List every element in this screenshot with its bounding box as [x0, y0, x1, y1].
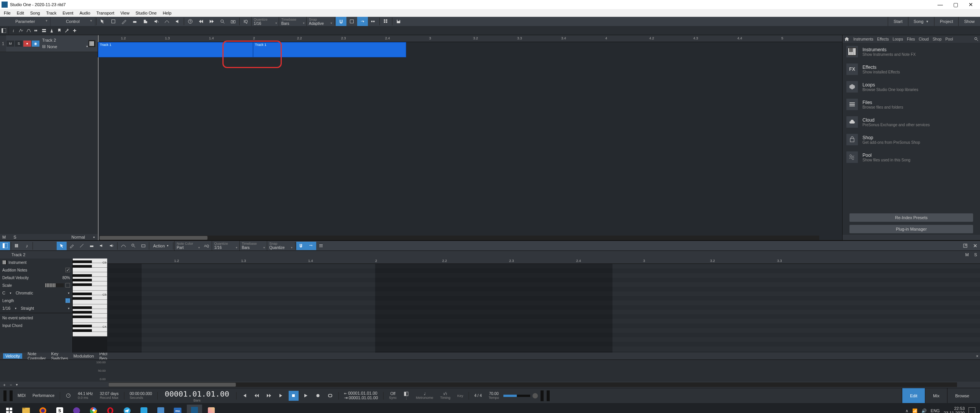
piano-keyboard[interactable]: C6C5C4 [73, 259, 107, 353]
mute-tool[interactable] [151, 17, 162, 26]
browse-view-button[interactable]: Browse [947, 388, 977, 403]
piano-view-icon[interactable] [12, 242, 22, 250]
inspector-toggle[interactable] [0, 27, 8, 34]
marker-icon[interactable] [56, 27, 63, 34]
range-tool[interactable] [108, 17, 119, 26]
tab-instruments[interactable]: Instruments [853, 37, 873, 41]
taskbar-musescore[interactable]: mu [170, 405, 185, 413]
show-page-button[interactable]: Show [958, 17, 980, 26]
eraser-tool[interactable] [129, 17, 140, 26]
global-mute[interactable]: M [2, 235, 6, 239]
start-button[interactable] [2, 405, 17, 413]
rewind-icon[interactable] [196, 17, 206, 26]
stop-button[interactable] [289, 391, 299, 401]
lane-remove-icon[interactable]: － [9, 382, 13, 388]
time-display[interactable]: 00001.01.01.00 [161, 389, 233, 398]
ed-mute[interactable]: M [965, 252, 969, 257]
close-editor-icon[interactable] [970, 242, 980, 250]
taskbar-firefox[interactable] [35, 405, 51, 413]
draw-tool[interactable] [119, 17, 129, 26]
maximize-button[interactable]: ▢ [948, 2, 963, 8]
taskbar-telegram[interactable] [119, 405, 135, 413]
prop-audition[interactable]: Audition Notes✓ [0, 266, 72, 274]
control-dropdown[interactable]: Control▼ [51, 17, 95, 26]
save-icon[interactable] [393, 17, 404, 26]
forward-icon[interactable] [206, 17, 217, 26]
zoom-icon[interactable] [217, 17, 228, 26]
lane-velocity[interactable]: Velocity [3, 353, 22, 359]
menu-track[interactable]: Track [43, 11, 59, 15]
ed-arrow-tool[interactable] [57, 242, 67, 250]
plus-icon[interactable] [71, 27, 78, 34]
editor-ruler[interactable]: 1.2 1.3 1.4 2 2.2 2.3 2.4 3 3.2 3.3 [107, 259, 980, 264]
prop-scale-select[interactable]: C▼Chromatic▼ [0, 289, 72, 297]
note-grid[interactable]: 1.2 1.3 1.4 2 2.2 2.3 2.4 3 3.2 3.3 [107, 259, 980, 353]
ed-line-tool[interactable] [77, 242, 87, 250]
clip-track1-b[interactable]: Track 1 [253, 42, 406, 57]
grid-menu-icon[interactable] [381, 17, 391, 26]
browser-section-effects[interactable]: FX EffectsShow installed Effects [843, 60, 980, 78]
ripple-icon[interactable] [368, 17, 379, 26]
menu-event[interactable]: Event [60, 11, 77, 15]
taskbar-explorer[interactable] [18, 405, 34, 413]
menu-edit[interactable]: Edit [14, 11, 27, 15]
layers-icon[interactable] [40, 27, 48, 34]
home-icon[interactable] [844, 36, 849, 42]
taskbar-studio-one[interactable] [187, 405, 202, 413]
taskbar-app-2[interactable] [69, 405, 84, 413]
ed-mute-tool[interactable] [96, 242, 106, 250]
loop-button[interactable] [325, 391, 335, 401]
detach-icon[interactable] [960, 242, 970, 250]
prop-instrument[interactable]: Instrument [0, 259, 72, 266]
ed-camera-icon[interactable] [138, 242, 148, 250]
prop-length[interactable]: Length⬚ [0, 297, 72, 304]
input-icon[interactable]: ⊟ [42, 44, 46, 49]
editor-panel-toggle[interactable] [0, 242, 10, 250]
plugin-manager-button[interactable]: Plug-in Manager [849, 225, 973, 233]
minimize-button[interactable]: — [933, 2, 948, 8]
listen-tool[interactable] [172, 17, 183, 26]
menu-transport[interactable]: Transport [93, 11, 118, 15]
edit-view-button[interactable]: Edit [902, 388, 925, 403]
parameter-dropdown[interactable]: Parameter▼ [0, 17, 51, 26]
browser-section-pool[interactable]: PoolShow files used in this Song [843, 148, 980, 166]
tray-network-icon[interactable]: 📶 [912, 408, 918, 413]
play-button[interactable] [301, 391, 311, 401]
playhead[interactable] [98, 35, 98, 240]
ed-listen-tool[interactable] [106, 242, 116, 250]
autoscroll-on[interactable] [357, 17, 368, 26]
tempo-field[interactable]: 70.00Tempo [486, 392, 501, 400]
action-menu[interactable]: Action▼ [150, 244, 172, 248]
editor-track-name[interactable]: Track 2 [0, 252, 37, 257]
snap-dropdown[interactable]: SnapAdaptive▼ [306, 17, 334, 26]
quantize-dropdown[interactable]: Quantize1/16▼ [251, 17, 279, 26]
info-icon[interactable]: i [10, 27, 17, 34]
menu-audio[interactable]: Audio [77, 11, 93, 15]
ed-solo[interactable]: S [974, 252, 977, 257]
autoscroll-off[interactable] [346, 17, 357, 26]
menu-view[interactable]: View [117, 11, 132, 15]
global-solo[interactable]: S [13, 235, 16, 239]
arrow-tool[interactable] [97, 17, 108, 26]
taskbar-opera[interactable] [103, 405, 118, 413]
track-name[interactable]: Track 2 [42, 38, 88, 42]
menu-song[interactable]: Song [27, 11, 43, 15]
precount-icon[interactable] [403, 391, 409, 397]
taskbar-app-4[interactable] [153, 405, 168, 413]
browser-section-shop[interactable]: ShopGet add-ons from PreSonus Shop [843, 131, 980, 148]
tab-shop[interactable]: Shop [933, 37, 941, 41]
tray-expand-icon[interactable]: ∧ [905, 408, 908, 413]
volume-slider[interactable] [503, 395, 530, 397]
envelope-icon[interactable] [25, 27, 33, 34]
ed-timebase-dropdown[interactable]: TimebaseBars▼ [239, 241, 267, 250]
taskbar-app-1[interactable]: S [52, 405, 67, 413]
velocity-area[interactable] [107, 359, 980, 382]
prop-default-velocity[interactable]: Default Velocity80% [0, 274, 72, 281]
lane-add-icon[interactable]: ＋ [2, 382, 7, 388]
taskbar-app-3[interactable] [136, 405, 152, 413]
solo-button[interactable]: S [15, 41, 23, 47]
metronome-button[interactable]: ♩Metronome [413, 392, 436, 400]
browser-section-instruments[interactable]: InstrumentsShow Instruments and Note FX [843, 43, 980, 60]
tab-loops[interactable]: Loops [893, 37, 903, 41]
taskbar-app-5[interactable] [204, 405, 219, 413]
